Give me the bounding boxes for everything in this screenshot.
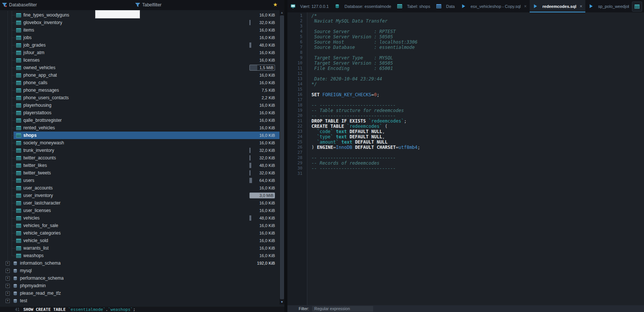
size-cell: 64,0 KiB	[249, 177, 275, 183]
size-cell: 32,0 KiB	[249, 20, 275, 26]
tree-item-table[interactable]: jobs16,0 KiB	[0, 34, 279, 41]
tree-item-database[interactable]: +mysql	[0, 267, 279, 274]
tree-item-table[interactable]: society_moneywash16,0 KiB	[0, 139, 279, 147]
expand-plus-icon[interactable]: +	[6, 261, 10, 265]
tab-data[interactable]: Data	[433, 0, 458, 12]
scroll-up-icon[interactable]: ▲	[279, 10, 284, 15]
table-filter-input[interactable]: Tabelfilter	[142, 2, 161, 8]
tree-item-table[interactable]: user_licenses16,0 KiB	[0, 207, 279, 214]
code-line	[311, 50, 644, 55]
tree-item-table[interactable]: rented_vehicles16,0 KiB	[0, 124, 279, 132]
table-icon	[16, 193, 21, 198]
tree-item-table[interactable]: glovebox_inventory32,0 KiB	[0, 19, 279, 26]
tree-item-database[interactable]: +please_read_me_tfz	[0, 289, 279, 297]
save-button[interactable]	[632, 2, 642, 12]
tree-item-table[interactable]: trunk_inventory32,0 KiB	[0, 147, 279, 154]
tree-item-database[interactable]: +test	[0, 297, 279, 304]
tree-item-table[interactable]: phone_messages7,5 KiB	[0, 86, 279, 94]
size-cell: 16,0 KiB	[249, 80, 275, 86]
tree-branch-line	[12, 203, 15, 203]
tree-branch-line	[12, 113, 15, 113]
size-cell: 48,0 KiB	[249, 162, 275, 168]
filter-input[interactable]: Regular expression	[312, 306, 373, 312]
size-cell: 2,2 KiB	[249, 95, 275, 101]
tree-item-table[interactable]: user_inventory3,0 MiB	[0, 192, 279, 199]
database-cylinder-icon	[12, 261, 18, 266]
tree-item-table[interactable]: vehicles48,0 KiB	[0, 214, 279, 222]
tree-item-table[interactable]: user_accounts16,0 KiB	[0, 184, 279, 192]
tree-item-table[interactable]: playerstattoos16,0 KiB	[0, 109, 279, 117]
code-line	[311, 87, 644, 92]
inline-edit-box[interactable]	[95, 10, 140, 18]
table-icon	[16, 230, 21, 236]
tree-scrollbar[interactable]: ▲ ▼	[279, 10, 284, 304]
table-icon	[16, 223, 21, 228]
tree-item-database[interactable]: +performance_schema	[0, 274, 279, 282]
tree-item-table[interactable]: owned_vehicles1,5 MiB	[0, 64, 279, 71]
tree-item-table[interactable]: items16,0 KiB	[0, 26, 279, 34]
scroll-down-icon[interactable]: ▼	[279, 300, 284, 304]
database-filter-input[interactable]: Databasefilter	[9, 2, 37, 8]
tree-item-database[interactable]: +information_schema192,0 KiB	[0, 259, 279, 267]
tree-item-table[interactable]: qalle_brottsregister16,0 KiB	[0, 117, 279, 124]
tree-branch-line	[12, 248, 15, 248]
expand-plus-icon[interactable]: +	[6, 284, 10, 288]
tree-item-table[interactable]: playerhousing16,0 KiB	[0, 101, 279, 109]
expand-plus-icon[interactable]: +	[6, 291, 10, 295]
code-line: Target Server Version : 50505	[311, 61, 644, 66]
tree-item-table[interactable]: user_lastcharacter16,0 KiB	[0, 199, 279, 207]
tree-branch-line	[12, 226, 15, 226]
size-cell: 48,0 KiB	[249, 215, 275, 221]
scrollbar-thumb[interactable]	[280, 15, 284, 299]
tree-item-table[interactable]: licenses16,0 KiB	[0, 56, 279, 64]
close-icon[interactable]: ×	[524, 4, 527, 9]
line-number: 24	[287, 134, 307, 139]
tree-item-table[interactable]: vehicles_for_sale16,0 KiB	[0, 222, 279, 229]
query-log[interactable]: 41 SHOW CREATE TABLE `essentialmode`.`we…	[0, 307, 284, 312]
tree-item-table[interactable]: phone_users_contacts2,2 KiB	[0, 94, 279, 101]
tree-item-table[interactable]: job_grades48,0 KiB	[0, 41, 279, 49]
table-icon	[16, 155, 21, 161]
query-icon	[461, 4, 466, 9]
tab-redeemcodes-sql[interactable]: redeemcodes.sql×	[530, 0, 585, 12]
tab-sp-polo-weedjob-sql[interactable]: sp_polo_weedjob.sql×	[585, 0, 629, 12]
line-number: 27	[287, 150, 307, 155]
tree-item-table[interactable]: vehicle_categories16,0 KiB	[0, 229, 279, 237]
tree-item-table[interactable]: phone_calls16,0 KiB	[0, 79, 279, 86]
tree-item-table[interactable]: users64,0 KiB	[0, 177, 279, 184]
expand-plus-icon[interactable]: +	[6, 299, 10, 303]
sql-editor[interactable]: 1234567891011121314151617181920212223242…	[287, 12, 644, 305]
host-icon	[290, 4, 296, 9]
tree-item-database[interactable]: +phpmyadmin	[0, 282, 279, 289]
tree-item-table[interactable]: jsfour_atm16,0 KiB	[0, 49, 279, 56]
tree-item-table[interactable]: twitter_accounts32,0 KiB	[0, 154, 279, 162]
code-line: File Encoding : 65001	[311, 66, 644, 71]
tree-item-table[interactable]: phone_app_chat16,0 KiB	[0, 71, 279, 79]
tree-item-table[interactable]: twitter_tweets32,0 KiB	[0, 169, 279, 177]
panel-splitter[interactable]	[284, 0, 287, 312]
expand-plus-icon[interactable]: +	[6, 276, 10, 280]
database-cylinder-icon	[12, 268, 18, 273]
table-icon	[16, 140, 21, 145]
tree-item-table[interactable]: warrants_list16,0 KiB	[0, 244, 279, 252]
tree-item-table[interactable]: weashops16,0 KiB	[0, 252, 279, 259]
table-icon	[16, 58, 21, 63]
tree-item-table[interactable]: twitter_likes48,0 KiB	[0, 162, 279, 169]
close-icon[interactable]: ×	[580, 4, 582, 9]
database-cylinder-icon	[12, 298, 18, 303]
tab-esx-vehicleshop-copy-sql[interactable]: esx_vehicleshop - Copy.sql×	[458, 0, 530, 12]
table-icon	[16, 208, 21, 213]
tree-branch-line	[12, 105, 15, 106]
tab-host[interactable]: Vært: 127.0.0.1	[287, 0, 332, 12]
tree-filter-header: Databasefilter Tabelfilter ★	[0, 0, 284, 10]
tree-item-table[interactable]: vehicle_sold16,0 KiB	[0, 237, 279, 244]
tree-item-table[interactable]: shops16,0 KiB	[0, 132, 279, 139]
size-cell: 16,0 KiB	[249, 238, 275, 244]
tab-bar: Vært: 127.0.0.1Database: essentialmodeTa…	[287, 0, 644, 12]
query-icon	[588, 4, 594, 9]
tab-table[interactable]: Tabel: shops	[394, 0, 433, 12]
tab-database[interactable]: Database: essentialmode	[332, 0, 394, 12]
code-line: Target Server Type : MYSQL	[311, 55, 644, 61]
expand-plus-icon[interactable]: +	[6, 269, 10, 273]
favorites-star-icon[interactable]: ★	[273, 2, 278, 8]
